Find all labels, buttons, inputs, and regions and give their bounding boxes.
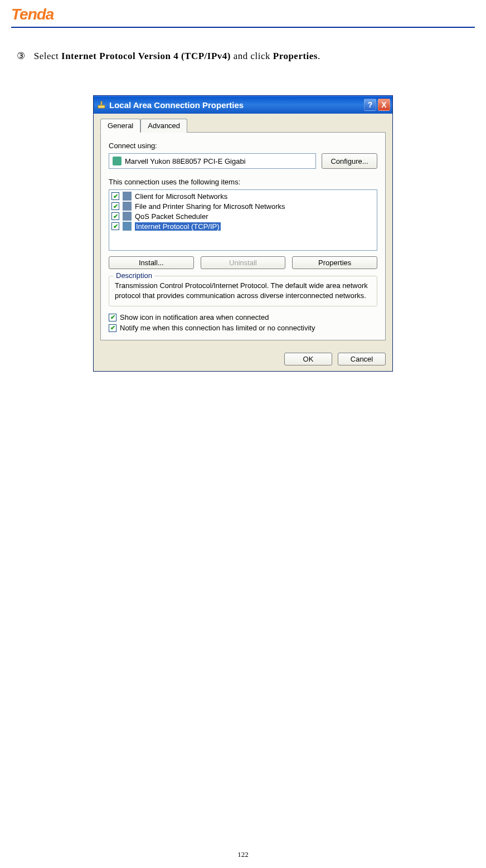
description-legend: Description xyxy=(114,271,154,280)
items-list[interactable]: ✔ Client for Microsoft Networks ✔ File a… xyxy=(109,189,377,251)
checkbox-icon[interactable]: ✔ xyxy=(111,202,119,210)
svg-rect-1 xyxy=(101,101,102,105)
connect-using-label: Connect using: xyxy=(109,142,377,150)
option-label: Notify me when this connection has limit… xyxy=(120,324,315,332)
header-rule xyxy=(11,27,475,28)
option-notify[interactable]: ✔ Notify me when this connection has lim… xyxy=(109,324,377,332)
printer-icon xyxy=(123,202,132,211)
configure-button[interactable]: Configure... xyxy=(322,153,377,169)
checkbox-icon[interactable]: ✔ xyxy=(109,324,116,332)
description-group: Description Transmission Control Protoco… xyxy=(109,276,377,306)
checkbox-icon[interactable]: ✔ xyxy=(111,222,119,230)
instruction-prefix: Select xyxy=(34,51,61,61)
help-button[interactable]: ? xyxy=(364,99,376,111)
instruction-bold1: Internet Protocol Version 4 (TCP/IPv4) xyxy=(61,51,231,61)
install-button[interactable]: Install... xyxy=(109,256,194,269)
window-icon xyxy=(97,100,106,109)
option-show-icon[interactable]: ✔ Show icon in notification area when co… xyxy=(109,313,377,321)
list-item-label: File and Printer Sharing for Microsoft N… xyxy=(135,202,285,211)
tcpip-icon xyxy=(123,222,132,231)
close-button[interactable]: X xyxy=(378,99,390,111)
instruction-bold2: Properties xyxy=(273,51,318,61)
properties-button[interactable]: Properties xyxy=(292,256,377,269)
list-item[interactable]: ✔ Client for Microsoft Networks xyxy=(109,191,377,201)
ok-button[interactable]: OK xyxy=(284,353,332,365)
tab-general[interactable]: General xyxy=(100,119,140,133)
list-item-label: Internet Protocol (TCP/IP) xyxy=(135,222,221,231)
uninstall-button: Uninstall xyxy=(201,256,286,269)
adapter-name: Marvell Yukon 88E8057 PCI-E Gigabi xyxy=(125,157,246,165)
list-item[interactable]: ✔ QoS Packet Scheduler xyxy=(109,211,377,221)
checkbox-icon[interactable]: ✔ xyxy=(111,212,119,220)
client-icon xyxy=(123,192,132,201)
page-header: Tenda xyxy=(0,0,486,27)
option-label: Show icon in notification area when conn… xyxy=(120,313,269,321)
adapter-field[interactable]: Marvell Yukon 88E8057 PCI-E Gigabi xyxy=(109,153,316,169)
checkbox-icon[interactable]: ✔ xyxy=(109,314,116,321)
tab-advanced[interactable]: Advanced xyxy=(140,119,187,133)
properties-dialog: Local Area Connection Properties ? X Gen… xyxy=(93,95,393,372)
step-number: ③ xyxy=(17,50,31,62)
items-label: This connection uses the following items… xyxy=(109,178,377,186)
nic-icon xyxy=(113,157,122,165)
titlebar[interactable]: Local Area Connection Properties ? X xyxy=(94,96,392,114)
checkbox-icon[interactable]: ✔ xyxy=(111,192,119,200)
tenda-logo: Tenda xyxy=(11,6,54,23)
qos-icon xyxy=(123,212,132,221)
svg-rect-0 xyxy=(98,105,105,108)
instruction-line: ③ Select Internet Protocol Version 4 (TC… xyxy=(0,50,486,62)
list-item-label: Client for Microsoft Networks xyxy=(135,192,227,201)
description-text: Transmission Control Protocol/Internet P… xyxy=(115,281,371,300)
window-title: Local Area Connection Properties xyxy=(109,100,362,110)
cancel-button[interactable]: Cancel xyxy=(338,353,386,365)
list-item[interactable]: ✔ File and Printer Sharing for Microsoft… xyxy=(109,201,377,211)
list-item[interactable]: ✔ Internet Protocol (TCP/IP) xyxy=(109,221,377,231)
list-item-label: QoS Packet Scheduler xyxy=(135,212,208,221)
instruction-middle: and click xyxy=(231,51,273,61)
page-number: 122 xyxy=(0,850,486,859)
tabstrip: General Advanced xyxy=(100,119,386,133)
instruction-suffix: . xyxy=(318,51,320,61)
tab-panel-general: Connect using: Marvell Yukon 88E8057 PCI… xyxy=(100,132,386,340)
dialog-buttons: OK Cancel xyxy=(94,347,392,371)
